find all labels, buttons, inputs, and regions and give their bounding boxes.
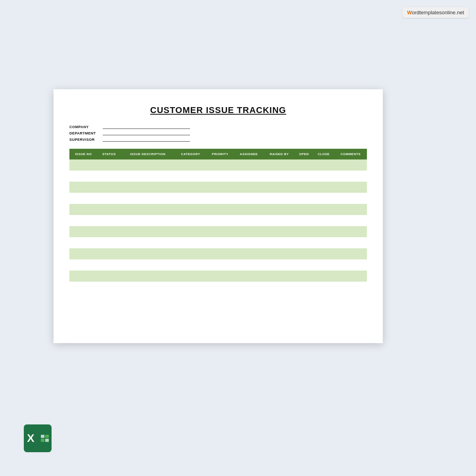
company-field: COMPANY bbox=[69, 124, 367, 129]
supervisor-label: SUPERVISOR bbox=[69, 138, 101, 142]
table-cell bbox=[234, 237, 264, 248]
table-cell bbox=[206, 226, 234, 237]
table-cell bbox=[234, 182, 264, 193]
table-cell bbox=[69, 259, 97, 271]
table-cell bbox=[206, 182, 234, 193]
table-cell bbox=[234, 171, 264, 182]
table-cell bbox=[295, 193, 313, 204]
table-cell bbox=[313, 171, 334, 182]
table-cell bbox=[234, 204, 264, 215]
watermark: Wordtemplatesonline.net bbox=[402, 7, 469, 18]
table-row bbox=[69, 171, 367, 182]
table-cell bbox=[97, 171, 121, 182]
table-cell bbox=[234, 259, 264, 271]
table-cell bbox=[121, 259, 175, 271]
table-cell bbox=[69, 271, 97, 282]
table-cell bbox=[264, 248, 295, 259]
table-cell bbox=[175, 182, 206, 193]
table-cell bbox=[313, 226, 334, 237]
table-row bbox=[69, 182, 367, 193]
table-cell bbox=[175, 159, 206, 171]
table-cell bbox=[334, 237, 367, 248]
table-cell bbox=[295, 215, 313, 226]
table-row bbox=[69, 248, 367, 259]
table-cell bbox=[295, 226, 313, 237]
watermark-w: W bbox=[407, 10, 412, 15]
table-cell bbox=[121, 193, 175, 204]
excel-grid-cell-2 bbox=[45, 435, 49, 438]
table-cell bbox=[97, 259, 121, 271]
table-cell bbox=[175, 215, 206, 226]
table-row bbox=[69, 204, 367, 215]
table-cell bbox=[295, 159, 313, 171]
table-cell bbox=[206, 204, 234, 215]
excel-grid-cell-1 bbox=[41, 435, 44, 438]
col-open: OPEN bbox=[295, 149, 313, 159]
table-cell bbox=[334, 171, 367, 182]
table-cell bbox=[69, 159, 97, 171]
table-cell bbox=[264, 237, 295, 248]
table-row bbox=[69, 259, 367, 271]
col-status: STATUS bbox=[97, 149, 121, 159]
table-cell bbox=[69, 226, 97, 237]
table-cell bbox=[334, 182, 367, 193]
table-cell bbox=[313, 159, 334, 171]
table-cell bbox=[121, 171, 175, 182]
table-cell bbox=[175, 193, 206, 204]
table-cell bbox=[175, 237, 206, 248]
table-cell bbox=[97, 271, 121, 282]
table-cell bbox=[234, 248, 264, 259]
col-category: CATEGORY bbox=[175, 149, 206, 159]
department-line bbox=[103, 131, 190, 135]
table-cell bbox=[234, 193, 264, 204]
table-cell bbox=[97, 237, 121, 248]
table-cell bbox=[264, 204, 295, 215]
table-cell bbox=[206, 215, 234, 226]
table-cell bbox=[69, 215, 97, 226]
table-cell bbox=[206, 248, 234, 259]
table-cell bbox=[295, 171, 313, 182]
table-cell bbox=[121, 248, 175, 259]
table-cell bbox=[264, 215, 295, 226]
table-cell bbox=[334, 271, 367, 282]
table-cell bbox=[121, 204, 175, 215]
document-title: CUSTOMER ISSUE TRACKING bbox=[69, 105, 367, 115]
excel-grid bbox=[41, 435, 49, 442]
company-label: COMPANY bbox=[69, 125, 101, 129]
table-cell bbox=[175, 259, 206, 271]
table-cell bbox=[97, 248, 121, 259]
document-card: CUSTOMER ISSUE TRACKING COMPANY DEPARTME… bbox=[54, 89, 383, 343]
table-cell bbox=[295, 271, 313, 282]
table-row bbox=[69, 226, 367, 237]
table-cell bbox=[97, 193, 121, 204]
table-row bbox=[69, 271, 367, 282]
table-cell bbox=[206, 171, 234, 182]
excel-icon[interactable]: X bbox=[24, 424, 52, 452]
table-cell bbox=[334, 226, 367, 237]
table-row bbox=[69, 193, 367, 204]
table-cell bbox=[264, 159, 295, 171]
excel-icon-inner: X bbox=[24, 424, 52, 452]
table-cell bbox=[295, 237, 313, 248]
table-cell bbox=[69, 237, 97, 248]
col-issue-no: ISSUE NO bbox=[69, 149, 97, 159]
table-cell bbox=[121, 226, 175, 237]
watermark-text: ordtemplatesonline.net bbox=[412, 10, 464, 15]
table-cell bbox=[69, 248, 97, 259]
company-line bbox=[103, 124, 190, 129]
table-cell bbox=[206, 259, 234, 271]
table-cell bbox=[69, 193, 97, 204]
col-priority: PRIORITY bbox=[206, 149, 234, 159]
table-cell bbox=[334, 204, 367, 215]
table-cell bbox=[234, 159, 264, 171]
table-cell bbox=[334, 159, 367, 171]
table-cell bbox=[206, 237, 234, 248]
table-cell bbox=[121, 159, 175, 171]
table-cell bbox=[313, 271, 334, 282]
excel-grid-cell-4 bbox=[45, 439, 49, 442]
table-cell bbox=[264, 259, 295, 271]
table-cell bbox=[334, 248, 367, 259]
table-row bbox=[69, 237, 367, 248]
table-cell bbox=[97, 182, 121, 193]
table-cell bbox=[97, 159, 121, 171]
